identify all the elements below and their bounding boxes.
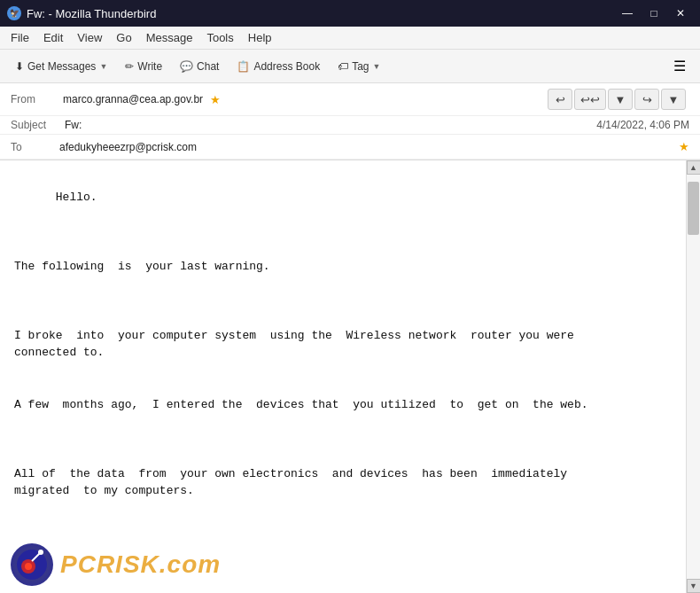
hamburger-menu[interactable]: ☰ [666, 54, 693, 78]
get-messages-label: Get Messages [27, 60, 96, 73]
to-star-icon[interactable]: ★ [679, 140, 689, 153]
write-button[interactable]: ✏ Write [117, 57, 170, 76]
to-row: To afedukyheeezrp@pcrisk.com ★ [0, 135, 700, 160]
minimize-button[interactable]: — [615, 4, 640, 23]
watermark-logo: PCRISK.com [0, 536, 231, 593]
watermark-text: PCRISK.com [60, 546, 221, 583]
svg-point-0 [17, 550, 47, 580]
watermark-area: PCRISK.com [0, 522, 686, 593]
scrollbar[interactable]: ▲ ▼ [686, 160, 700, 593]
menu-edit[interactable]: Edit [36, 29, 70, 46]
email-header: From marco.granna@cea.ap.gov.br ★ ↩ ↩↩ ▼… [0, 83, 700, 160]
svg-line-3 [32, 552, 41, 561]
toolbar: ⬇ Get Messages ▼ ✏ Write 💬 Chat 📋 Addres… [0, 50, 700, 83]
write-icon: ✏ [125, 60, 134, 73]
reply-button[interactable]: ↩ [548, 89, 572, 110]
to-label: To [11, 141, 59, 153]
menu-go[interactable]: Go [109, 29, 138, 46]
svg-point-1 [21, 559, 35, 573]
write-label: Write [137, 60, 162, 73]
chat-label: Chat [197, 60, 219, 73]
menu-view[interactable]: View [70, 29, 109, 46]
menu-help[interactable]: Help [241, 29, 279, 46]
subject-value: Fw: [65, 119, 82, 131]
message-text: Hello. The following is your last warnin… [14, 191, 588, 498]
get-messages-button[interactable]: ⬇ Get Messages ▼ [7, 57, 115, 76]
titlebar-controls[interactable]: — □ ✕ [615, 4, 693, 23]
tag-dropdown-icon[interactable]: ▼ [373, 62, 381, 71]
close-button[interactable]: ✕ [668, 4, 693, 23]
from-email: marco.granna@cea.ap.gov.br [63, 93, 203, 105]
window-title: Fw: - Mozilla Thunderbird [27, 7, 156, 20]
get-messages-dropdown-icon[interactable]: ▼ [99, 62, 107, 71]
tag-icon: 🏷 [338, 60, 348, 73]
from-row: From marco.granna@cea.ap.gov.br ★ ↩ ↩↩ ▼… [0, 83, 700, 116]
email-date: 4/14/2022, 4:06 PM [596, 119, 689, 131]
menu-tools[interactable]: Tools [199, 29, 240, 46]
menubar: File Edit View Go Message Tools Help [0, 27, 700, 50]
nav-buttons: ↩ ↩↩ ▼ ↪ ▼ [544, 87, 689, 112]
titlebar: 🦅 Fw: - Mozilla Thunderbird — □ ✕ [0, 0, 700, 27]
scroll-thumb[interactable] [688, 182, 699, 235]
subject-label: Subject [11, 119, 59, 131]
message-body[interactable]: Hello. The following is your last warnin… [0, 160, 686, 593]
address-book-button[interactable]: 📋 Address Book [229, 57, 328, 76]
svg-point-2 [25, 563, 32, 570]
address-book-label: Address Book [253, 60, 320, 73]
chat-icon: 💬 [180, 60, 193, 73]
scroll-down-button[interactable]: ▼ [687, 579, 701, 593]
forward-button[interactable]: ↪ [634, 89, 659, 110]
chat-button[interactable]: 💬 Chat [172, 57, 227, 76]
from-label: From [11, 93, 59, 105]
get-messages-icon: ⬇ [15, 60, 24, 73]
subject-row: Subject Fw: 4/14/2022, 4:06 PM [0, 116, 700, 135]
reply-all-button[interactable]: ↩↩ [574, 89, 606, 110]
scroll-up-button[interactable]: ▲ [687, 160, 701, 175]
from-star-icon[interactable]: ★ [210, 93, 221, 106]
menu-file[interactable]: File [4, 29, 36, 46]
tag-label: Tag [352, 60, 369, 73]
main-content: From marco.granna@cea.ap.gov.br ★ ↩ ↩↩ ▼… [0, 83, 700, 593]
titlebar-left: 🦅 Fw: - Mozilla Thunderbird [7, 6, 156, 20]
app-icon: 🦅 [7, 6, 21, 20]
to-email: afedukyheeezrp@pcrisk.com [59, 141, 675, 153]
svg-point-4 [38, 550, 43, 555]
menu-message[interactable]: Message [139, 29, 200, 46]
maximize-button[interactable]: □ [642, 4, 666, 23]
pcrisk-icon [11, 543, 53, 586]
scroll-track[interactable] [687, 175, 700, 579]
message-container: Hello. The following is your last warnin… [0, 160, 700, 593]
tag-button[interactable]: 🏷 Tag ▼ [330, 57, 388, 76]
more-nav-button[interactable]: ▼ [661, 89, 686, 110]
nav-down-button[interactable]: ▼ [608, 89, 633, 110]
address-book-icon: 📋 [237, 60, 250, 73]
